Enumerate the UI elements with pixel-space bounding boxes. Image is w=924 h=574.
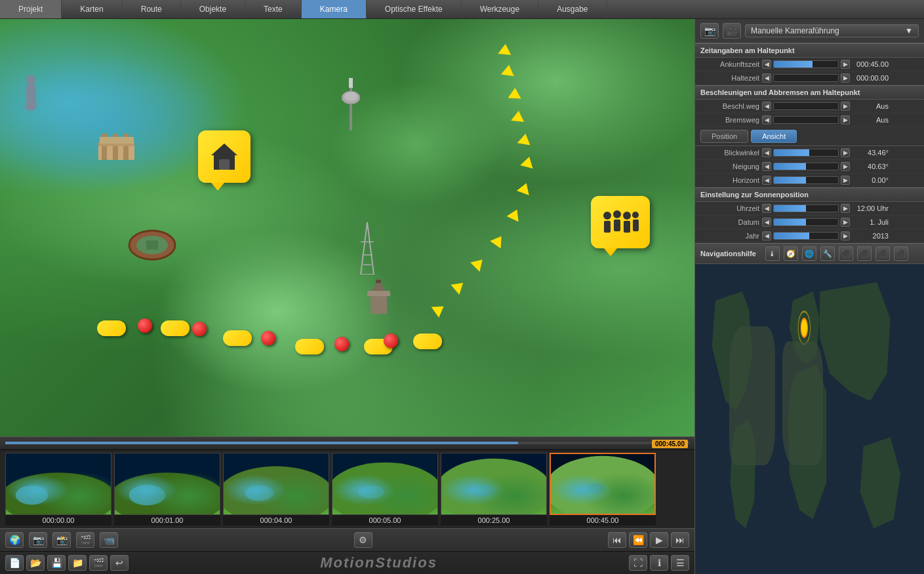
camera-view-btn[interactable]: 📷 — [700, 23, 719, 39]
neigung-right-arrow[interactable]: ▶ — [841, 162, 850, 171]
waypoint-capsule-3[interactable] — [223, 330, 252, 346]
ankunftszeit-right-arrow[interactable]: ▶ — [841, 60, 850, 69]
horizont-left-arrow[interactable]: ◀ — [762, 176, 771, 185]
skip-forward-btn[interactable]: ⏭ — [671, 532, 689, 548]
bremsweg-track[interactable] — [773, 116, 839, 124]
camera-capture-btn[interactable]: 📷 — [29, 532, 47, 548]
speech-bubble-house[interactable] — [198, 130, 251, 183]
waypoint-capsule-1[interactable] — [97, 320, 126, 336]
thumbnail-5[interactable]: 000:45.00 — [550, 453, 656, 526]
jahr-right-arrow[interactable]: ▶ — [841, 231, 850, 240]
skip-back-btn[interactable]: ⏮ — [608, 532, 626, 548]
settings2-btn[interactable]: ☰ — [671, 555, 689, 571]
nav-extra4-btn[interactable]: ⬛ — [875, 246, 890, 261]
blickwinkel-track[interactable] — [773, 149, 839, 157]
thumb-frame-4[interactable] — [441, 453, 547, 515]
nav-globe-btn[interactable]: 🌐 — [802, 246, 816, 261]
play-btn[interactable]: ▶ — [650, 532, 668, 548]
thumb-frame-2[interactable] — [223, 453, 329, 515]
thumb-frame-1[interactable] — [114, 453, 220, 515]
waypoint-red-3[interactable] — [261, 331, 275, 345]
waypoint-red-2[interactable] — [192, 322, 207, 336]
menu-kamera[interactable]: Kamera — [302, 0, 367, 18]
expand-btn[interactable]: ⛶ — [629, 555, 647, 571]
thumbnail-2[interactable]: 000:04.00 — [223, 453, 329, 526]
blickwinkel-right-arrow[interactable]: ▶ — [841, 148, 850, 157]
camera-alt-btn[interactable]: 📸 — [52, 532, 71, 548]
menu-werkzeuge[interactable]: Werkzeuge — [462, 0, 538, 18]
video-btn[interactable]: 🎬 — [89, 555, 108, 571]
bremsweg-left-arrow[interactable]: ◀ — [762, 115, 771, 124]
rewind-btn[interactable]: ⏪ — [629, 532, 647, 548]
datum-track[interactable] — [773, 218, 839, 226]
beschlweg-right-arrow[interactable]: ▶ — [841, 102, 850, 111]
menu-objekte[interactable]: Objekte — [181, 0, 245, 18]
datum-right-arrow[interactable]: ▶ — [841, 218, 850, 227]
menu-optische-effekte[interactable]: Optische Effekte — [367, 0, 462, 18]
waypoint-red-5[interactable] — [384, 334, 398, 348]
beschlweg-track[interactable] — [773, 102, 839, 110]
datum-left-arrow[interactable]: ◀ — [762, 218, 771, 227]
waypoint-red-1[interactable] — [138, 318, 152, 333]
undo-btn[interactable]: ↩ — [110, 555, 129, 571]
speech-bubble-people[interactable] — [591, 196, 650, 248]
nav-compass-btn[interactable]: 🧭 — [784, 246, 798, 261]
camera-mode-btn[interactable]: 🎥 — [723, 23, 741, 39]
timeline-track[interactable] — [5, 442, 689, 444]
map-area[interactable] — [0, 19, 694, 436]
nav-extra3-btn[interactable]: ⬛ — [857, 246, 872, 261]
camera-film-btn[interactable]: 🎬 — [76, 532, 94, 548]
open-btn[interactable]: 📂 — [26, 555, 45, 571]
nav-extra5-btn[interactable]: ⬛ — [894, 246, 908, 261]
uhrzeit-right-arrow[interactable]: ▶ — [841, 204, 850, 213]
tab-ansicht[interactable]: Ansicht — [751, 130, 797, 143]
waypoint-red-4[interactable] — [334, 337, 349, 351]
uhrzeit-track[interactable] — [773, 204, 839, 212]
beschlweg-left-arrow[interactable]: ◀ — [762, 102, 771, 111]
camera-extra-btn[interactable]: 📹 — [100, 532, 118, 548]
waypoint-capsule-4[interactable] — [295, 339, 324, 354]
horizont-track[interactable] — [773, 176, 839, 184]
timeline-bar[interactable]: 000:45.00 — [0, 436, 694, 450]
thumbnail-1[interactable]: 000:01.00 — [114, 453, 220, 526]
waypoint-capsule-2[interactable] — [161, 320, 190, 336]
ankunftszeit-left-arrow[interactable]: ◀ — [762, 60, 771, 69]
nav-thermometer-btn[interactable]: 🌡 — [765, 246, 780, 261]
uhrzeit-left-arrow[interactable]: ◀ — [762, 204, 771, 213]
neigung-track[interactable] — [773, 163, 839, 170]
blickwinkel-left-arrow[interactable]: ◀ — [762, 148, 771, 157]
save-btn[interactable]: 💾 — [47, 555, 66, 571]
jahr-track[interactable] — [773, 232, 839, 240]
new-file-btn[interactable]: 📄 — [5, 555, 24, 571]
thumbnail-4[interactable]: 000:25.00 — [441, 453, 547, 526]
neigung-left-arrow[interactable]: ◀ — [762, 162, 771, 171]
bremsweg-right-arrow[interactable]: ▶ — [841, 115, 850, 124]
nav-extra2-btn[interactable]: ⬛ — [839, 246, 853, 261]
folder-btn[interactable]: 📁 — [68, 555, 87, 571]
nav-extra1-btn[interactable]: 🔧 — [820, 246, 835, 261]
thumbnail-0[interactable]: 000:00.00 — [5, 453, 111, 526]
thumb-frame-3[interactable] — [332, 453, 438, 515]
haltezeit-track[interactable] — [773, 74, 839, 82]
menu-route[interactable]: Route — [123, 0, 181, 18]
landmark-statue — [20, 75, 43, 113]
info-btn[interactable]: ℹ — [650, 555, 668, 571]
thumbnail-3[interactable]: 000:05.00 — [332, 453, 438, 526]
settings-btn[interactable]: ⚙ — [354, 532, 372, 548]
thumb-frame-5-active[interactable] — [550, 453, 656, 515]
camera-dropdown[interactable]: Manuelle Kameraführung ▼ — [745, 24, 919, 37]
thumb-frame-0[interactable] — [5, 453, 111, 515]
menu-projekt[interactable]: Projekt — [0, 0, 62, 18]
menu-karten[interactable]: Karten — [62, 0, 122, 18]
horizont-right-arrow[interactable]: ▶ — [841, 176, 850, 185]
globe-icon-btn[interactable]: 🌍 — [5, 532, 24, 548]
tab-position[interactable]: Position — [700, 130, 748, 143]
waypoint-capsule-6[interactable] — [413, 334, 442, 349]
haltezeit-right-arrow[interactable]: ▶ — [841, 73, 850, 83]
menu-ausgabe[interactable]: Ausgabe — [538, 0, 607, 18]
haltezeit-left-arrow[interactable]: ◀ — [762, 73, 771, 83]
world-minimap[interactable] — [695, 264, 924, 574]
menu-texte[interactable]: Texte — [245, 0, 302, 18]
jahr-left-arrow[interactable]: ◀ — [762, 231, 771, 240]
ankunftszeit-track[interactable] — [773, 60, 839, 68]
